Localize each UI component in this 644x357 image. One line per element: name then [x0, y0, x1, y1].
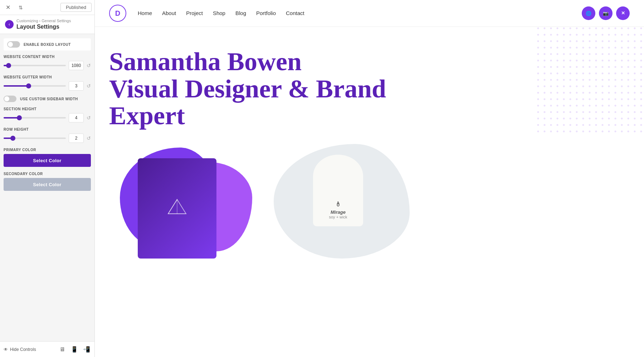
candle-brand: Mirage	[329, 209, 347, 215]
product-row: 🕯 Mirage soy + wick	[95, 140, 644, 262]
row-height-slider-row: ↺	[4, 134, 91, 143]
bottom-bar: 👁 Hide Controls 🖥 📱 📲	[0, 341, 94, 357]
primary-color-button[interactable]: Select Color	[4, 154, 91, 167]
section-height-input[interactable]	[69, 113, 84, 122]
sort-button[interactable]: ⇅	[16, 3, 26, 13]
hide-controls-label: Hide Controls	[10, 347, 36, 352]
section-height-thumb[interactable]	[17, 115, 22, 120]
section-height-slider-row: ↺	[4, 113, 91, 122]
left-panel: ✕ ⇅ Published ‹ Customizing › General Se…	[0, 0, 95, 357]
nav-item-home[interactable]: Home	[138, 10, 152, 16]
gutter-width-thumb[interactable]	[26, 83, 31, 88]
gutter-width-input[interactable]	[69, 81, 84, 91]
nav-social: 🌐 📷 ✕	[582, 6, 630, 20]
gutter-width-block: WEBSITE GUTTER WIDTH ↺	[4, 75, 91, 91]
nav-item-project[interactable]: Project	[186, 10, 203, 16]
top-bar: ✕ ⇅ Published	[0, 0, 94, 15]
content-width-slider-row: ↺	[4, 61, 91, 70]
panel-content: ENABLE BOXED LAYOUT WEBSITE CONTENT WIDT…	[0, 34, 94, 341]
candle-flame: 🕯	[335, 201, 341, 208]
social-instagram-button[interactable]: 📷	[599, 6, 613, 20]
enable-boxed-layout-label: ENABLE BOXED LAYOUT	[24, 43, 71, 47]
nav-links: Home About Project Shop Blog Portfolio C…	[138, 10, 304, 16]
custom-sidebar-row: USE CUSTOM SIDEBAR WIDTH	[4, 96, 91, 102]
content-width-reset[interactable]: ↺	[87, 63, 91, 68]
primary-color-label: PRIMARY COLOR	[4, 148, 91, 152]
product-cluster-right: 🕯 Mirage soy + wick	[267, 140, 630, 262]
nav-item-portfolio[interactable]: Portfolio	[256, 10, 276, 16]
secondary-color-button[interactable]: Select Color	[4, 178, 91, 191]
row-height-thumb[interactable]	[10, 136, 15, 141]
secondary-color-label: SECONDARY COLOR	[4, 172, 91, 176]
site-logo: D	[109, 5, 126, 22]
breadcrumb: Customizing › General Settings	[16, 19, 71, 23]
candle-subtitle: soy + wick	[329, 215, 347, 219]
enable-boxed-layout-row: ENABLE BOXED LAYOUT	[4, 38, 91, 50]
hide-controls-button[interactable]: 👁 Hide Controls	[4, 347, 36, 352]
enable-boxed-layout-toggle[interactable]	[7, 41, 20, 48]
close-button[interactable]: ✕	[3, 3, 13, 13]
panel-header: ‹ Customizing › General Settings Layout …	[0, 15, 94, 34]
row-height-input[interactable]	[69, 134, 84, 143]
candle-jar: 🕯 Mirage soy + wick	[313, 155, 363, 226]
hero-section: Samantha Bowen Visual Designer & Brand E…	[95, 27, 644, 130]
back-button[interactable]: ‹	[5, 20, 14, 29]
gutter-width-slider-row: ↺	[4, 81, 91, 91]
eye-icon: 👁	[4, 347, 8, 352]
content-width-input[interactable]	[69, 61, 84, 70]
section-height-reset[interactable]: ↺	[87, 115, 91, 121]
row-height-block: ROW HEIGHT ↺	[4, 127, 91, 143]
content-width-label: WEBSITE CONTENT WIDTH	[4, 55, 91, 59]
row-height-reset[interactable]: ↺	[87, 135, 91, 141]
gutter-width-label: WEBSITE GUTTER WIDTH	[4, 75, 91, 79]
tablet-icon[interactable]: 📱	[70, 345, 79, 354]
svg-rect-1	[537, 27, 644, 134]
content-width-thumb[interactable]	[6, 63, 11, 68]
product-cluster-left	[109, 140, 259, 262]
gutter-width-reset[interactable]: ↺	[87, 83, 91, 89]
site-nav: D Home About Project Shop Blog Portfolio…	[95, 0, 644, 27]
nav-item-blog[interactable]: Blog	[235, 10, 246, 16]
desktop-icon[interactable]: 🖥	[58, 345, 67, 354]
product-box	[138, 158, 216, 259]
preview-area: D Home About Project Shop Blog Portfolio…	[95, 0, 644, 357]
svg-line-5	[168, 199, 177, 214]
secondary-color-block: SECONDARY COLOR Select Color	[4, 172, 91, 191]
content-width-block: WEBSITE CONTENT WIDTH ↺	[4, 55, 91, 70]
hero-headline: Samantha Bowen Visual Designer & Brand E…	[109, 48, 431, 130]
published-button[interactable]: Published	[60, 3, 92, 12]
nav-item-shop[interactable]: Shop	[213, 10, 225, 16]
social-web-button[interactable]: 🌐	[582, 6, 595, 20]
primary-color-block: PRIMARY COLOR Select Color	[4, 148, 91, 167]
product-box-icon	[166, 198, 188, 219]
mobile-icon[interactable]: 📲	[82, 345, 91, 354]
section-height-label: SECTION HEIGHT	[4, 107, 91, 111]
custom-sidebar-label: USE CUSTOM SIDEBAR WIDTH	[20, 97, 78, 101]
nav-item-about[interactable]: About	[162, 10, 176, 16]
nav-item-contact[interactable]: Contact	[286, 10, 304, 16]
panel-title: Layout Settings	[16, 24, 71, 30]
custom-sidebar-toggle[interactable]	[4, 96, 16, 102]
dots-decoration	[537, 27, 644, 134]
row-height-label: ROW HEIGHT	[4, 127, 91, 131]
section-height-block: SECTION HEIGHT ↺	[4, 107, 91, 122]
social-twitter-button[interactable]: ✕	[616, 6, 630, 20]
